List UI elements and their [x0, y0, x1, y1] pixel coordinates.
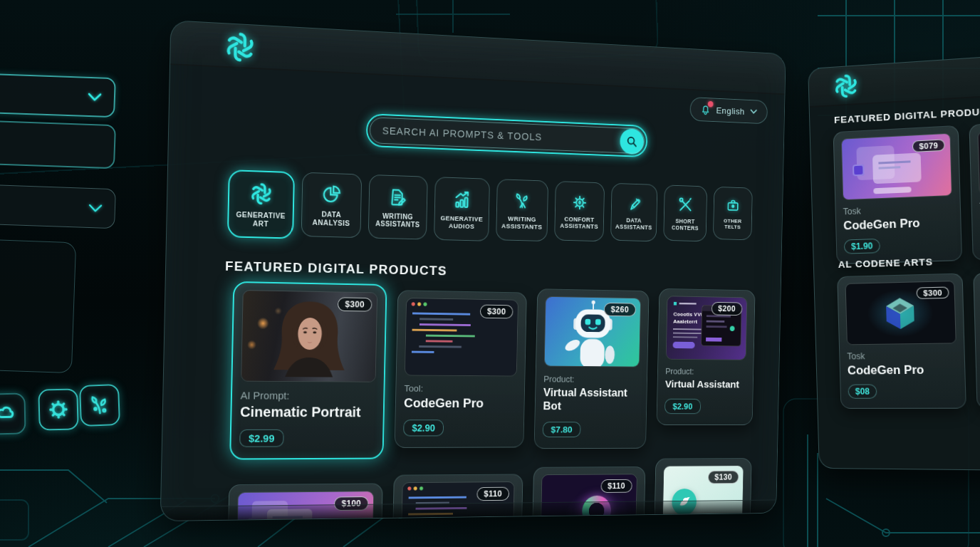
category-label: WRITING ASSISTANTS — [372, 212, 424, 228]
product-type-label: Product: — [543, 374, 640, 385]
product-type-label: Tosk — [847, 350, 956, 362]
category-data-analysis[interactable]: DATA ANALYSIS — [301, 172, 363, 238]
growth-chart-icon — [452, 189, 472, 210]
plant-sprout-icon — [88, 393, 111, 417]
briefcase-icon — [726, 197, 741, 214]
category-label: GENERATIVE AUDIOS — [437, 214, 486, 230]
price-badge: $130 — [708, 471, 739, 484]
left-empty-panel — [0, 239, 76, 373]
gear-icon — [571, 193, 588, 211]
category-label: DATA ASSISTANTS — [614, 216, 654, 230]
category-generative-art[interactable]: GENERATIVE ART — [227, 170, 295, 239]
product-price-pill: $2.90 — [664, 399, 701, 415]
product-title: CodeGen Pro — [848, 363, 957, 377]
bar-shape — [873, 187, 911, 194]
side-card-codegen-pro[interactable]: $079 Tosk CodeGen Pro $1.90 — [833, 125, 963, 265]
price-badge: $300 — [338, 297, 372, 311]
product-card-codegen-pro[interactable]: $300 Tool: CodeGen Pro $2.90 — [395, 290, 527, 448]
notification-dot — [708, 101, 714, 108]
category-writing-assistants[interactable]: WRITING ASSISTANTS — [368, 174, 428, 240]
side-panel: FEATURED DIGITAL PRODUCTS $079 Tosk Code… — [808, 55, 980, 471]
side-products-row-1: $079 Tosk CodeGen Pro $1.90 Toc Pru $1 — [833, 118, 980, 265]
search-icon — [625, 135, 638, 148]
chevron-down-icon — [88, 203, 103, 214]
language-selector[interactable]: English — [689, 97, 768, 124]
plant-icon — [514, 191, 532, 210]
pie-chart-icon — [321, 184, 342, 205]
product-card-cinematic-portrait[interactable]: $300 AI Prompt: Cinematic Portrait $2.99 — [229, 281, 387, 460]
mini-logo — [674, 302, 698, 306]
category-generative-audios[interactable]: GENERATIVE AUDIOS — [434, 177, 490, 241]
product-price-pill: $08 — [848, 385, 877, 399]
product-image: $300 — [845, 281, 956, 345]
crossed-tools-icon — [677, 195, 694, 213]
category-label: GENERATIVE ART — [231, 209, 290, 228]
side-card-partial-2[interactable]: Pro Ge $7 — [973, 269, 980, 409]
price-badge: $110 — [600, 479, 632, 493]
product-price-pill: $1.90 — [844, 239, 880, 254]
price-badge: $300 — [917, 286, 949, 298]
category-label: OTHER TELTS — [716, 217, 749, 230]
price-badge: $200 — [711, 302, 743, 316]
featured-section-title: FEATURED DIGITAL PRODUCTS — [225, 259, 447, 278]
product-price-pill: $7.80 — [543, 422, 581, 437]
language-label: English — [716, 105, 744, 117]
left-dropdown-top[interactable] — [0, 73, 116, 118]
category-data-assistants[interactable]: DATA ASSISTANTS — [610, 183, 657, 242]
category-label: WRITING ASSISTANTS — [499, 214, 545, 231]
gear-swirl-icon — [47, 398, 71, 422]
product-title: CodeGen Pro — [843, 215, 953, 233]
category-short-conters[interactable]: SHORT CONTERS — [663, 184, 707, 241]
side-card-partial-1[interactable]: Toc Pru $1 — [969, 118, 980, 261]
product-type-label: Product: — [665, 367, 746, 377]
left-dropdown-middle[interactable]: S — [0, 120, 116, 170]
product-image: Coootis VVtual Aaaleterrt $200 — [666, 296, 748, 360]
product-title: Virtual Assistant Bot — [543, 386, 639, 413]
document-pencil-icon — [388, 187, 409, 208]
side-card-codegen-pro-2[interactable]: $300 Tosk CodeGen Pro $08 — [837, 273, 966, 409]
category-label: DATA ANALYSIS — [305, 209, 358, 227]
cloud-blob-button[interactable] — [0, 393, 26, 435]
product-image — [977, 125, 980, 194]
window-shape — [872, 152, 922, 184]
gear-swirl-button[interactable] — [38, 388, 78, 430]
left-dropdown-bottom[interactable] — [0, 184, 116, 229]
pen-icon — [626, 194, 642, 212]
category-confort-assistants[interactable]: CONFORT ASSISTANTS — [554, 181, 605, 241]
product-card-virtual-assistant[interactable]: Coootis VVtual Aaaleterrt $200 Product: … — [656, 288, 755, 425]
chevron-down-icon — [87, 92, 103, 103]
app-background: S — [0, 0, 980, 547]
product-image: $260 — [544, 296, 641, 368]
category-tabs: GENERATIVE ART DATA ANALYSIS — [227, 170, 753, 251]
product-type-label: Tosk — [843, 202, 953, 217]
search-bar — [366, 113, 648, 157]
product-card-virtual-assistant-bot[interactable]: $260 Product: Virtual Assistant Bot $7.8… — [534, 288, 650, 449]
price-badge: $079 — [912, 139, 945, 152]
side-products-row-2: $300 Tosk CodeGen Pro $08 — [837, 269, 980, 409]
product-type-label: Tool: — [404, 383, 516, 394]
category-label: SHORT CONTERS — [667, 217, 704, 231]
openai-logo-icon — [833, 72, 859, 100]
openai-logo-icon — [224, 30, 256, 64]
product-type-label: AI Prompt: — [241, 390, 376, 402]
plant-sprout-button[interactable] — [79, 384, 120, 427]
product-image: $300 — [405, 298, 518, 376]
chevron-down-icon — [750, 109, 757, 115]
product-price-pill: $2.90 — [403, 420, 444, 437]
openai-logo-icon — [249, 181, 273, 206]
search-input[interactable] — [368, 115, 647, 156]
price-badge: $260 — [604, 303, 636, 317]
category-other-telts[interactable]: OTHER TELTS — [713, 187, 753, 241]
main-panel: English — [160, 20, 786, 521]
price-badge: $110 — [476, 487, 509, 501]
side-section-title-1: FEATURED DIGITAL PRODUCTS — [834, 105, 980, 126]
product-price-pill: $2.99 — [239, 429, 283, 447]
price-badge: $300 — [480, 305, 514, 319]
product-title: Virtual Assistant — [665, 378, 746, 391]
side-section-title-2: AL CODENE ARTS — [838, 256, 933, 270]
product-title: Cinematic Portrait — [240, 403, 375, 420]
product-image: $300 — [241, 290, 377, 382]
category-writing-assistants-2[interactable]: WRITING ASSISTANTS — [496, 179, 548, 241]
cloud-icon — [0, 403, 16, 425]
cta-button-shape — [673, 342, 695, 349]
